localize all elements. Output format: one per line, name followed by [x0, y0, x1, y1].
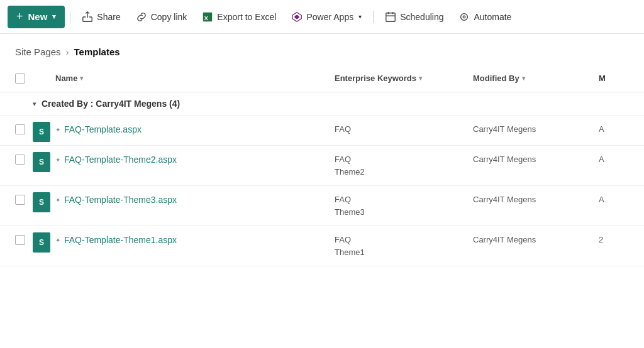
- svg-text:X: X: [204, 14, 209, 21]
- header-keywords-col[interactable]: Enterprise Keywords ▾: [335, 73, 473, 83]
- row-modified-date-col: A: [599, 116, 636, 143]
- share-button[interactable]: Share: [75, 6, 126, 28]
- toolbar-divider-1: [70, 11, 70, 23]
- file-name-link[interactable]: ✦ FAQ-Template-Theme1.aspx: [55, 235, 177, 245]
- file-name-link[interactable]: ✦ FAQ-Template-Theme2.aspx: [55, 155, 177, 165]
- row-keywords-col: FAQTheme1: [335, 226, 473, 266]
- row-file-icon-col: S: [33, 116, 55, 142]
- group-label: Created By : Carry4IT Megens (4): [42, 99, 180, 109]
- file-name: FAQ-Template-Theme2.aspx: [64, 155, 177, 165]
- row-file-icon-col: S: [33, 226, 55, 253]
- file-icon: S: [33, 232, 50, 253]
- file-icon: S: [33, 122, 50, 142]
- row-keywords-col: FAQTheme2: [335, 146, 473, 185]
- row-keywords-col: FAQTheme3: [335, 186, 473, 226]
- keywords-sort-icon: ▾: [419, 75, 422, 82]
- select-all-checkbox[interactable]: [15, 73, 25, 84]
- file-icon: S: [33, 152, 50, 172]
- power-apps-chevron-icon: ▾: [358, 13, 362, 20]
- row-checkbox[interactable]: [15, 195, 25, 205]
- header-checkbox-col: [8, 73, 33, 84]
- modified-date-value: A: [599, 195, 604, 204]
- modified-date-value: A: [599, 155, 604, 164]
- modified-by-sort-icon: ▾: [522, 75, 525, 82]
- breadcrumb: Site Pages › Templates: [0, 34, 644, 65]
- row-modified-by-col: Carry4IT Megens: [473, 146, 599, 173]
- list-header-row: Name ▾ Enterprise Keywords ▾ Modified By…: [0, 65, 644, 92]
- modified-by-value: Carry4IT Megens: [473, 195, 536, 204]
- copy-link-icon: [136, 11, 147, 23]
- keywords-sort-button[interactable]: Enterprise Keywords ▾: [335, 73, 473, 83]
- automate-icon: [458, 11, 470, 23]
- header-modified-col[interactable]: M: [599, 73, 636, 83]
- keywords-value: FAQ: [335, 124, 351, 134]
- header-modified-by-col[interactable]: Modified By ▾: [473, 73, 599, 83]
- row-name-col: ✦ FAQ-Template-Theme2.aspx: [55, 146, 335, 173]
- modified-date-value: A: [599, 124, 604, 134]
- keywords-value: FAQTheme3: [335, 195, 365, 217]
- new-button[interactable]: + New ▾: [8, 6, 65, 28]
- pin-icon: ✦: [55, 156, 60, 163]
- row-checkbox[interactable]: [15, 124, 25, 134]
- row-modified-by-col: Carry4IT Megens: [473, 186, 599, 213]
- svg-point-5: [464, 16, 466, 18]
- row-keywords-col: FAQ: [335, 116, 473, 143]
- scheduling-label: Scheduling: [400, 12, 443, 22]
- rows-container: S ✦ FAQ-Template.aspx FAQ Carry4IT Megen…: [0, 116, 644, 266]
- modified-column-label: M: [599, 73, 606, 83]
- breadcrumb-parent[interactable]: Site Pages: [15, 46, 61, 57]
- scheduling-button[interactable]: Scheduling: [379, 6, 450, 28]
- header-name-col[interactable]: Name ▾: [55, 73, 335, 83]
- file-name-link[interactable]: ✦ FAQ-Template.aspx: [55, 124, 142, 134]
- row-name-col: ✦ FAQ-Template.aspx: [55, 116, 335, 143]
- name-column-label: Name: [55, 73, 77, 83]
- modified-by-value: Carry4IT Megens: [473, 235, 536, 244]
- pin-icon: ✦: [55, 197, 60, 204]
- name-sort-button[interactable]: Name ▾: [55, 73, 83, 83]
- row-file-icon-col: S: [33, 186, 55, 212]
- power-apps-icon: [291, 11, 303, 23]
- breadcrumb-separator: ›: [66, 46, 69, 57]
- keywords-value: FAQTheme1: [335, 235, 365, 257]
- svg-rect-4: [386, 13, 395, 21]
- row-checkbox-col: [8, 186, 33, 205]
- table-row: S ✦ FAQ-Template-Theme3.aspx FAQTheme3 C…: [0, 186, 644, 226]
- scheduling-icon: [385, 11, 396, 23]
- row-name-col: ✦ FAQ-Template-Theme1.aspx: [55, 226, 335, 254]
- table-row: S ✦ FAQ-Template-Theme2.aspx FAQTheme2 C…: [0, 146, 644, 186]
- row-modified-date-col: 2: [599, 226, 636, 253]
- modified-by-column-label: Modified By: [473, 73, 519, 83]
- file-name: FAQ-Template-Theme1.aspx: [64, 235, 177, 245]
- modified-by-value: Carry4IT Megens: [473, 155, 536, 164]
- export-excel-button[interactable]: X Export to Excel: [196, 6, 282, 28]
- copy-link-button[interactable]: Copy link: [130, 6, 194, 28]
- toolbar: + New ▾ Share Copy link X Export to Exce…: [0, 0, 644, 34]
- row-checkbox-col: [8, 116, 33, 134]
- file-name: FAQ-Template.aspx: [64, 124, 142, 134]
- table-row: S ✦ FAQ-Template.aspx FAQ Carry4IT Megen…: [0, 116, 644, 146]
- modified-by-sort-button[interactable]: Modified By ▾: [473, 73, 599, 83]
- group-collapse-icon[interactable]: ▾: [33, 100, 36, 108]
- file-name: FAQ-Template-Theme3.aspx: [64, 195, 177, 205]
- svg-marker-3: [295, 14, 299, 19]
- power-apps-button[interactable]: Power Apps ▾: [285, 6, 368, 28]
- row-modified-date-col: A: [599, 146, 636, 173]
- row-modified-date-col: A: [599, 186, 636, 213]
- automate-button[interactable]: Automate: [452, 6, 518, 28]
- power-apps-label: Power Apps: [306, 12, 353, 22]
- row-modified-by-col: Carry4IT Megens: [473, 116, 599, 143]
- copy-link-label: Copy link: [151, 12, 187, 22]
- keywords-value: FAQTheme2: [335, 155, 365, 177]
- pin-icon: ✦: [55, 126, 60, 133]
- group-header: ▾ Created By : Carry4IT Megens (4): [0, 92, 644, 116]
- row-checkbox[interactable]: [15, 155, 25, 165]
- row-checkbox-col: [8, 226, 33, 245]
- modified-by-value: Carry4IT Megens: [473, 124, 536, 134]
- row-file-icon-col: S: [33, 146, 55, 172]
- export-excel-label: Export to Excel: [217, 12, 276, 22]
- automate-label: Automate: [474, 12, 511, 22]
- row-checkbox[interactable]: [15, 235, 25, 245]
- file-icon: S: [33, 192, 50, 212]
- file-name-link[interactable]: ✦ FAQ-Template-Theme3.aspx: [55, 195, 177, 205]
- name-sort-icon: ▾: [80, 75, 83, 82]
